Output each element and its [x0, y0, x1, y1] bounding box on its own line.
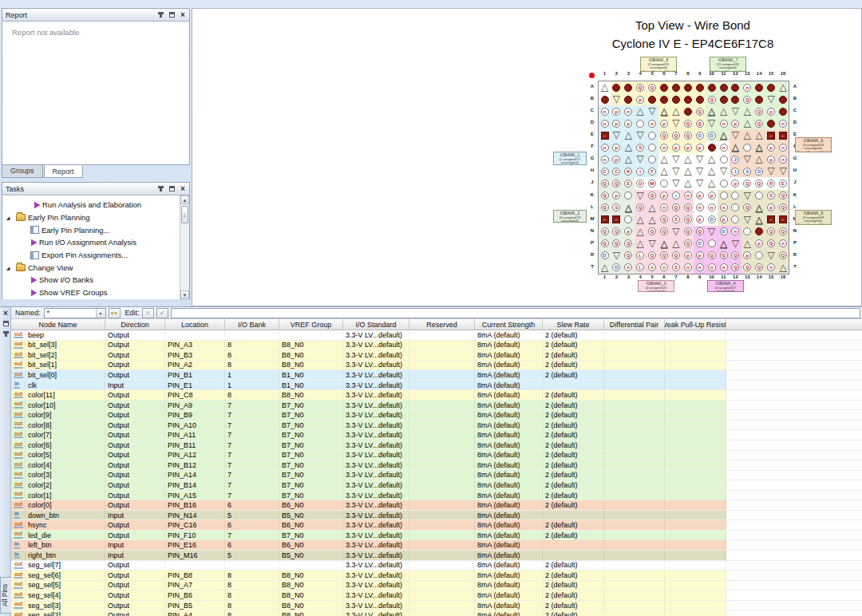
column-header[interactable]: Reserved	[409, 319, 475, 330]
io-bank-cell[interactable]: 6	[225, 540, 279, 550]
table-row[interactable]: outcolor[7]OutputPIN_A117B7_N03.3-V LV..…	[11, 430, 862, 440]
vref-group-cell[interactable]	[279, 330, 343, 340]
io-pin-icon[interactable]: p	[694, 141, 706, 153]
io-pin-icon[interactable]: n	[777, 238, 789, 250]
io-pin-icon[interactable]: L	[635, 262, 646, 274]
assigned-pin-icon[interactable]	[623, 93, 635, 105]
assigned-pin-icon[interactable]	[682, 105, 694, 117]
io-bank-cell[interactable]: 8	[225, 341, 279, 350]
io-pin-icon[interactable]: Q	[753, 105, 765, 117]
io-pin-icon[interactable]: Q	[599, 177, 611, 189]
location-cell[interactable]: PIN_B1	[165, 370, 225, 380]
io-pin-icon[interactable]: n	[599, 117, 611, 129]
io-pin-icon[interactable]	[718, 177, 730, 189]
table-row[interactable]: outseg_sel[6]OutputPIN_B88B8_N03.3-V LV.…	[11, 571, 862, 581]
io-pin-icon[interactable]: Q	[718, 250, 730, 262]
power-pin-icon[interactable]: △	[599, 262, 611, 274]
table-row[interactable]: outseg_sel[2]OutputPIN_A48B8_N03.3-V LV.…	[11, 610, 862, 616]
power-pin-icon[interactable]: ▽	[611, 129, 623, 141]
io-pin-icon[interactable]: S	[635, 141, 646, 153]
io-pin-icon[interactable]: O	[635, 177, 646, 189]
current-strength-cell[interactable]: 8mA (default)	[475, 330, 543, 340]
slew-rate-cell[interactable]: 2 (default)	[543, 561, 604, 571]
direction-icon-cell[interactable]: out	[11, 500, 26, 510]
slew-rate-cell[interactable]: 2 (default)	[543, 610, 604, 616]
differential-pair-cell[interactable]	[604, 531, 665, 540]
node-name-cell[interactable]: seg_sel[5]	[26, 581, 105, 590]
power-pin-icon[interactable]: ▽	[611, 93, 623, 105]
vref-group-cell[interactable]: B8_N0	[279, 601, 343, 610]
direction-icon-cell[interactable]: out	[11, 361, 26, 370]
reserved-cell[interactable]	[409, 361, 475, 370]
differential-pair-cell[interactable]	[604, 410, 665, 420]
assigned-pin-icon[interactable]	[753, 81, 765, 93]
io-pin-icon[interactable]: n	[718, 202, 730, 214]
io-pin-icon[interactable]: p	[611, 141, 623, 153]
io-pin-icon[interactable]: Q	[682, 129, 694, 141]
reserved-cell[interactable]	[409, 561, 475, 571]
scroll-down-icon[interactable]: ▼	[180, 290, 189, 299]
weak-pullup-cell[interactable]	[665, 390, 726, 400]
task-item[interactable]: Run I/O Assignment Analysis	[4, 236, 189, 249]
power-pin-icon[interactable]: △	[753, 153, 765, 165]
io-pin-icon[interactable]: Q	[765, 238, 777, 250]
power-pin-icon[interactable]: △	[706, 165, 718, 177]
differential-pair-cell[interactable]	[604, 330, 665, 340]
pin-icon[interactable]	[156, 184, 165, 193]
column-header[interactable]: Differential Pair	[604, 319, 665, 330]
slew-rate-cell[interactable]: 2 (default)	[543, 471, 604, 480]
differential-pair-cell[interactable]	[604, 430, 665, 440]
reserved-cell[interactable]	[409, 410, 475, 420]
io-bank-cell[interactable]: 5	[225, 511, 279, 520]
assigned-pin-icon[interactable]	[658, 81, 670, 93]
power-pin-icon[interactable]: ▽	[730, 129, 741, 141]
slew-rate-cell[interactable]	[543, 381, 604, 390]
power-pin-icon[interactable]: △	[682, 153, 694, 165]
column-header[interactable]: Current Strength	[475, 319, 543, 330]
reserved-cell[interactable]	[409, 430, 475, 440]
location-cell[interactable]: PIN_A11	[165, 430, 225, 440]
io-pin-icon[interactable]: C	[599, 165, 611, 177]
io-pin-icon[interactable]: Q	[741, 202, 753, 214]
differential-pair-cell[interactable]	[604, 341, 665, 350]
power-pin-icon[interactable]: ▽	[730, 105, 741, 117]
weak-pullup-cell[interactable]	[665, 531, 726, 540]
assigned-pin-icon[interactable]	[682, 93, 694, 105]
direction-cell[interactable]: Input	[105, 511, 165, 520]
io-standard-cell[interactable]: 3.3-V LV...default)	[343, 601, 409, 610]
io-pin-icon[interactable]: F	[646, 165, 658, 177]
io-pin-icon[interactable]: p	[706, 190, 718, 202]
io-bank-cell[interactable]: 8	[225, 601, 279, 610]
direction-cell[interactable]: Output	[105, 440, 165, 450]
node-name-cell[interactable]: bit_sel[3]	[26, 341, 105, 350]
vref-group-cell[interactable]: B1_N0	[279, 370, 343, 380]
differential-pair-cell[interactable]	[604, 381, 665, 390]
power-pin-icon[interactable]: △	[753, 141, 765, 153]
io-pin-icon[interactable]: n	[623, 105, 635, 117]
weak-pullup-cell[interactable]	[665, 590, 726, 600]
current-strength-cell[interactable]: 8mA (default)	[475, 571, 543, 580]
tasks-scrollbar[interactable]: ▲ ≡ ▼	[180, 195, 189, 299]
reserved-cell[interactable]	[409, 610, 475, 616]
io-standard-cell[interactable]: 3.3-V LV...default)	[343, 460, 409, 470]
column-header[interactable]: Node Name	[11, 319, 105, 330]
io-pin-icon[interactable]: E	[777, 177, 789, 189]
table-row[interactable]: indown_btnInputPIN_N145B5_N03.3-V LV...d…	[11, 511, 862, 521]
reserved-cell[interactable]	[409, 421, 475, 430]
task-item[interactable]: Show VREF Groups	[4, 286, 189, 299]
table-row[interactable]: outcolor[2]OutputPIN_B147B7_N03.3-V LV..…	[11, 480, 862, 491]
power-pin-icon[interactable]: △	[682, 165, 694, 177]
direction-icon-cell[interactable]: out	[11, 480, 26, 490]
power-pin-icon[interactable]: △	[646, 214, 658, 226]
io-pin-icon[interactable]: D	[753, 165, 765, 177]
node-name-cell[interactable]: color[2]	[26, 480, 105, 490]
weak-pullup-cell[interactable]	[665, 401, 726, 410]
weak-pullup-cell[interactable]	[665, 520, 726, 530]
current-strength-cell[interactable]: 8mA (default)	[475, 370, 543, 380]
tab-groups[interactable]: Groups	[2, 165, 43, 178]
current-strength-cell[interactable]: 8mA (default)	[475, 601, 543, 610]
current-strength-cell[interactable]: 8mA (default)	[475, 540, 543, 550]
differential-pair-cell[interactable]	[604, 350, 665, 360]
differential-pair-cell[interactable]	[604, 390, 665, 400]
power-pin-icon[interactable]: ▽	[646, 105, 658, 117]
